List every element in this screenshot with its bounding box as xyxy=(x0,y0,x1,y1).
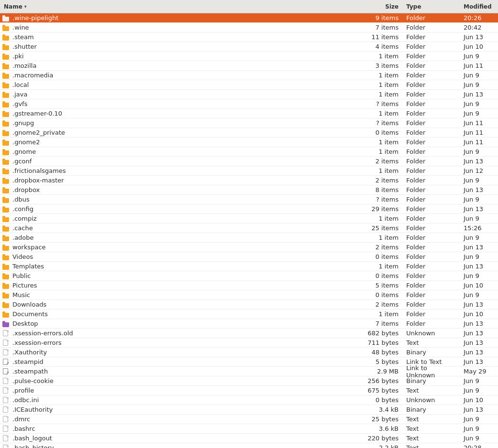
file-icon-container xyxy=(2,14,10,22)
file-modified: Jun 9 xyxy=(460,377,498,384)
list-item[interactable]: .java 1 item Folder Jun 13 xyxy=(0,90,498,99)
file-modified: Jun 13 xyxy=(460,320,498,327)
file-name-text: Pictures xyxy=(12,282,37,289)
list-item[interactable]: Public 0 items Folder Jun 9 xyxy=(0,271,498,281)
list-item[interactable]: .gnome2_private 0 items Folder Jun 11 xyxy=(0,128,498,138)
file-icon-container: ↗ xyxy=(2,358,10,366)
type-column-header[interactable]: Type xyxy=(402,3,460,10)
list-item[interactable]: .dmrc 25 bytes Text Jun 9 xyxy=(0,415,498,424)
file-type: Folder xyxy=(402,139,460,146)
file-name-text: .xsession-errors xyxy=(12,339,62,346)
list-item[interactable]: .dbus ? items Folder Jun 9 xyxy=(0,195,498,204)
list-item[interactable]: .compiz 1 item Folder Jun 9 xyxy=(0,214,498,224)
list-item[interactable]: Music 0 items Folder Jun 9 xyxy=(0,290,498,300)
file-modified: 20:28 xyxy=(460,444,498,448)
list-item[interactable]: .gnome 1 item Folder Jun 9 xyxy=(0,147,498,157)
list-item[interactable]: .gnupg ? items Folder Jun 11 xyxy=(0,118,498,128)
file-name-text: .Xauthority xyxy=(12,349,47,356)
file-name-text: .bashrc xyxy=(12,425,35,432)
folder-icon xyxy=(2,291,10,299)
file-name: .wine xyxy=(0,24,355,32)
folder-icon xyxy=(2,272,10,280)
file-name-text: .compiz xyxy=(12,215,37,222)
file-type: Folder xyxy=(402,291,460,299)
file-icon-container xyxy=(2,53,10,60)
list-item[interactable]: .bash_history 2.2 kB Text 20:28 xyxy=(0,443,498,448)
file-name-text: .local xyxy=(12,81,29,88)
file-type: Folder xyxy=(402,33,460,41)
list-item[interactable]: .gnome2 1 item Folder Jun 11 xyxy=(0,138,498,147)
file-type: Text xyxy=(402,387,460,394)
file-type: Folder xyxy=(402,72,460,79)
file-name-text: .java xyxy=(12,91,27,98)
list-item[interactable]: .bashrc 3.6 kB Text Jun 9 xyxy=(0,424,498,434)
list-item[interactable]: .cache 25 items Folder 15:26 xyxy=(0,224,498,233)
list-item[interactable]: .pulse-cookie 256 bytes Binary Jun 9 xyxy=(0,376,498,386)
file-size: 1 item xyxy=(355,139,402,146)
file-modified: Jun 9 xyxy=(460,291,498,299)
list-item[interactable]: .shutter 4 items Folder Jun 10 xyxy=(0,42,498,52)
modified-column-header[interactable]: Modified xyxy=(460,3,498,10)
list-item[interactable]: .gconf 2 items Folder Jun 13 xyxy=(0,157,498,166)
list-item[interactable]: .xsession-errors.old 682 bytes Unknown J… xyxy=(0,329,498,338)
file-name: Downloads xyxy=(0,301,355,309)
file-name-text: .bash_history xyxy=(12,444,54,448)
list-item[interactable]: .config 29 items Folder Jun 13 xyxy=(0,204,498,214)
file-name: .java xyxy=(0,91,355,98)
file-icon-container xyxy=(2,244,10,251)
name-column-header[interactable]: Name ▾ xyxy=(0,0,355,13)
list-item[interactable]: .dropbox-master 2 items Folder Jun 9 xyxy=(0,176,498,185)
list-item[interactable]: Templates 1 item Folder Jun 13 xyxy=(0,262,498,271)
file-icon-container xyxy=(2,62,10,70)
list-item[interactable]: .Xauthority 48 bytes Binary Jun 13 xyxy=(0,348,498,357)
file-type: Folder xyxy=(402,253,460,260)
file-type: Folder xyxy=(402,282,460,289)
file-icon-container xyxy=(2,272,10,280)
file-icon-container: ↗ xyxy=(2,368,10,375)
list-item[interactable]: .xsession-errors 711 bytes Text Jun 13 xyxy=(0,338,498,348)
list-item[interactable]: .frictionalsgames 1 item Folder Jun 12 xyxy=(0,166,498,176)
file-name: .cache xyxy=(0,224,355,232)
folder-icon xyxy=(2,110,10,117)
file-icon xyxy=(2,444,10,448)
size-column-header[interactable]: Size xyxy=(355,3,402,10)
list-item[interactable]: .adobe 1 item Folder Jun 9 xyxy=(0,233,498,243)
file-modified: Jun 9 xyxy=(460,425,498,432)
file-icon-container xyxy=(2,425,10,433)
file-type: Folder xyxy=(402,91,460,98)
folder-icon xyxy=(2,301,10,309)
list-item[interactable]: workspace 2 items Folder Jun 13 xyxy=(0,243,498,252)
list-item[interactable]: Videos 0 items Folder Jun 9 xyxy=(0,252,498,262)
file-icon-container xyxy=(2,396,10,404)
list-item[interactable]: .gvfs ? items Folder Jun 9 xyxy=(0,99,498,109)
file-list[interactable]: .wine-pipelight 9 items Folder 20:26 .wi… xyxy=(0,13,498,448)
file-size: 0 bytes xyxy=(355,396,402,404)
list-item[interactable]: .profile 675 bytes Text Jun 9 xyxy=(0,386,498,395)
file-type: Text xyxy=(402,435,460,442)
file-modified: Jun 9 xyxy=(460,272,498,279)
file-icon-container xyxy=(2,339,10,347)
list-item[interactable]: Desktop 7 items Folder Jun 13 xyxy=(0,319,498,329)
file-icon xyxy=(2,416,10,423)
list-item[interactable]: .mozilla 3 items Folder Jun 11 xyxy=(0,61,498,71)
list-item[interactable]: .wine 7 items Folder 20:42 xyxy=(0,23,498,32)
list-item[interactable]: .local 1 item Folder Jun 9 xyxy=(0,80,498,90)
list-item[interactable]: .odbc.ini 0 bytes Unknown Jun 10 xyxy=(0,395,498,405)
file-type: Folder xyxy=(402,301,460,308)
list-item[interactable]: ↗ .steampath 2.9 MB Link to Unknown May … xyxy=(0,367,498,376)
list-item[interactable]: .wine-pipelight 9 items Folder 20:26 xyxy=(0,13,498,23)
list-item[interactable]: .ICEauthority 3.4 kB Binary Jun 13 xyxy=(0,405,498,415)
list-item[interactable]: Pictures 5 items Folder Jun 10 xyxy=(0,281,498,290)
column-header: Name ▾ Size Type Modified xyxy=(0,0,498,13)
file-name-text: .dmrc xyxy=(12,416,30,423)
list-item[interactable]: .dropbox 8 items Folder Jun 13 xyxy=(0,185,498,195)
list-item[interactable]: .pki 1 item Folder Jun 9 xyxy=(0,52,498,61)
file-size: 2 items xyxy=(355,158,402,165)
list-item[interactable]: .steam 11 items Folder Jun 13 xyxy=(0,32,498,42)
folder-icon xyxy=(2,167,10,175)
list-item[interactable]: Documents 1 item Folder Jun 10 xyxy=(0,309,498,319)
list-item[interactable]: .macromedia 1 item Folder Jun 9 xyxy=(0,71,498,80)
list-item[interactable]: .gstreamer-0.10 1 item Folder Jun 9 xyxy=(0,109,498,118)
list-item[interactable]: Downloads 2 items Folder Jun 13 xyxy=(0,300,498,309)
list-item[interactable]: .bash_logout 220 bytes Text Jun 9 xyxy=(0,434,498,443)
